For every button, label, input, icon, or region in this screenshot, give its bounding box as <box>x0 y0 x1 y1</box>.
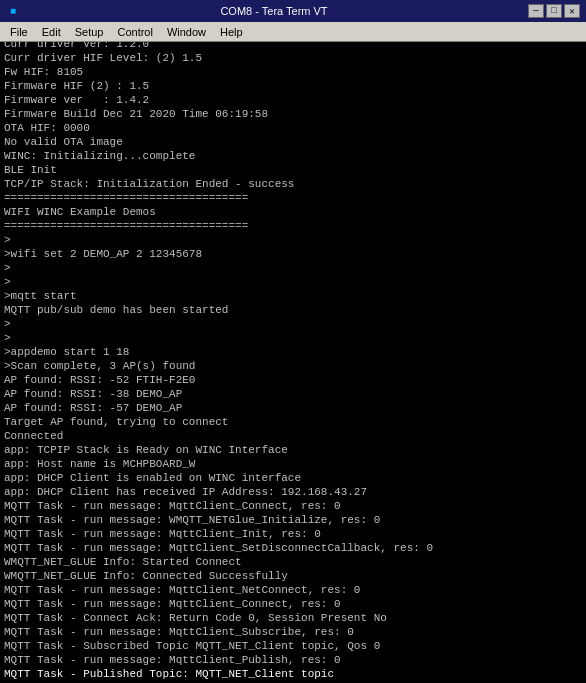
terminal-line: Curr driver HIF Level: (2) 1.5 <box>4 51 582 65</box>
terminal-line: app: DHCP Client has received IP Address… <box>4 485 582 499</box>
terminal-line: ===================================== <box>4 191 582 205</box>
terminal-line: MQTT Task - run message: MqttClient_Conn… <box>4 597 582 611</box>
menu-help[interactable]: Help <box>214 24 249 40</box>
title-bar: ■ COM8 - Tera Term VT ─ □ ✕ <box>0 0 586 22</box>
terminal-line: >mqtt start <box>4 289 582 303</box>
terminal-line: MQTT Task - Subscribed Topic MQTT_NET_Cl… <box>4 639 582 653</box>
terminal-line: MQTT Task - run message: MqttClient_Conn… <box>4 499 582 513</box>
terminal-line: AP found: RSSI: -57 DEMO_AP <box>4 401 582 415</box>
terminal-line: Firmware HIF (2) : 1.5 <box>4 79 582 93</box>
terminal-line: > <box>4 317 582 331</box>
maximize-button[interactable]: □ <box>546 4 562 18</box>
menu-setup[interactable]: Setup <box>69 24 110 40</box>
terminal-line: WMQTT_NET_GLUE Info: Started Connect <box>4 555 582 569</box>
terminal-line: WMQTT_NET_GLUE Info: Connected Successfu… <box>4 569 582 583</box>
terminal-line: BLE Init <box>4 163 582 177</box>
terminal-line: Connected <box>4 429 582 443</box>
terminal-line: Curr driver ver: 1.2.0 <box>4 42 582 51</box>
terminal-line: MQTT Task - run message: MqttClient_Publ… <box>4 653 582 667</box>
terminal-line: Target AP found, trying to connect <box>4 415 582 429</box>
terminal-line: WINC: Initializing...complete <box>4 149 582 163</box>
terminal-line: No valid OTA image <box>4 135 582 149</box>
terminal-line: AP found: RSSI: -38 DEMO_AP <box>4 387 582 401</box>
minimize-button[interactable]: ─ <box>528 4 544 18</box>
terminal-line: Fw HIF: 8105 <box>4 65 582 79</box>
terminal-line: WIFI WINC Example Demos <box>4 205 582 219</box>
terminal-line: MQTT Task - run message: WMQTT_NETGlue_I… <box>4 513 582 527</box>
menu-window[interactable]: Window <box>161 24 212 40</box>
menu-control[interactable]: Control <box>111 24 158 40</box>
terminal-line: app: Host name is MCHPBOARD_W <box>4 457 582 471</box>
terminal-line: > <box>4 233 582 247</box>
close-button[interactable]: ✕ <box>564 4 580 18</box>
terminal-line: > <box>4 261 582 275</box>
terminal-line: > <box>4 331 582 345</box>
terminal-line: Firmware Build Dec 21 2020 Time 06:19:58 <box>4 107 582 121</box>
terminal-line: app: TCPIP Stack is Ready on WINC Interf… <box>4 443 582 457</box>
terminal-output[interactable]: TCP/IP Stack: Initialization StartedWDRU… <box>0 42 586 683</box>
menu-bar: File Edit Setup Control Window Help <box>0 22 586 42</box>
terminal-line: OTA HIF: 0000 <box>4 121 582 135</box>
terminal-line: >appdemo start 1 18 <box>4 345 582 359</box>
menu-edit[interactable]: Edit <box>36 24 67 40</box>
terminal-line: MQTT Task - Connect Ack: Return Code 0, … <box>4 611 582 625</box>
terminal-line: >wifi set 2 DEMO_AP 2 12345678 <box>4 247 582 261</box>
app-icon: ■ <box>6 4 20 18</box>
terminal-line: MQTT Task - run message: MqttClient_Subs… <box>4 625 582 639</box>
terminal-line: MQTT Task - Published Topic: MQTT_NET_Cl… <box>4 667 582 681</box>
terminal-line: MQTT Task - run message: MqttClient_Init… <box>4 527 582 541</box>
terminal-line: >Scan complete, 3 AP(s) found <box>4 359 582 373</box>
terminal-line: AP found: RSSI: -52 FTIH-F2E0 <box>4 373 582 387</box>
terminal-line: > <box>4 275 582 289</box>
terminal-line: ===================================== <box>4 219 582 233</box>
terminal-line: Firmware ver : 1.4.2 <box>4 93 582 107</box>
terminal-line: app: DHCP Client is enabled on WINC inte… <box>4 471 582 485</box>
window-controls: ─ □ ✕ <box>528 4 580 18</box>
terminal-line: MQTT pub/sub demo has been started <box>4 303 582 317</box>
menu-file[interactable]: File <box>4 24 34 40</box>
terminal-line: MQTT Task - run message: MqttClient_SetD… <box>4 541 582 555</box>
window-title: COM8 - Tera Term VT <box>28 5 520 17</box>
terminal-line: MQTT Task - run message: MqttClient_NetC… <box>4 583 582 597</box>
terminal-line: TCP/IP Stack: Initialization Ended - suc… <box>4 177 582 191</box>
